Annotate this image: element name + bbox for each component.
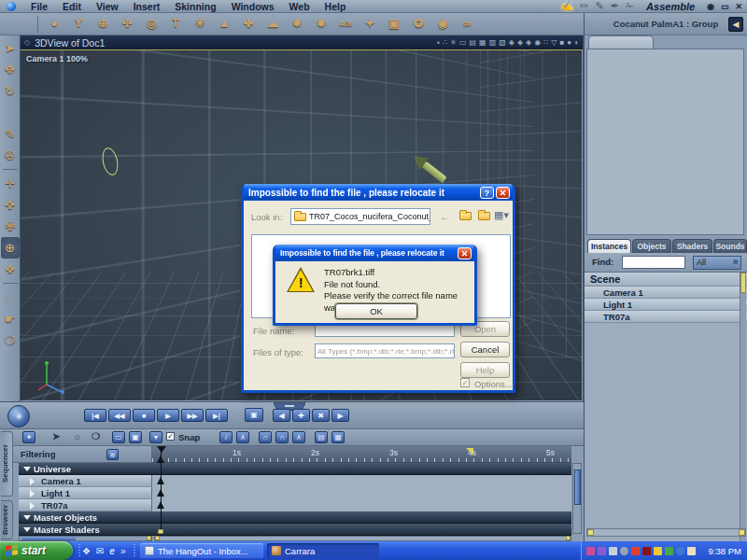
- scrollbar-nub[interactable]: [147, 536, 151, 540]
- tab-browser[interactable]: Browser: [1, 500, 13, 539]
- bezier-tweener-button[interactable]: ∩: [259, 431, 272, 443]
- layout-quad-icon[interactable]: ▦: [479, 35, 486, 49]
- oscillate-tweener-button[interactable]: ▤: [315, 431, 328, 443]
- insert-particles-icon[interactable]: ✳: [188, 13, 212, 35]
- zoom-tool-icon[interactable]: ❍: [1, 329, 20, 351]
- expand-triangle-icon[interactable]: [30, 478, 35, 485]
- layout-split-icon[interactable]: ▤: [470, 35, 477, 49]
- tab-objects[interactable]: Objects: [632, 239, 671, 253]
- new-folder-icon[interactable]: [478, 212, 490, 220]
- rotate-view-tool-icon[interactable]: ↻: [1, 80, 20, 102]
- menu-view[interactable]: View: [89, 0, 126, 13]
- tray-icon[interactable]: [598, 547, 606, 555]
- tab-sequencer[interactable]: Sequencer: [1, 431, 13, 497]
- textured-shade-icon[interactable]: ◐: [574, 35, 579, 49]
- pan-hand-tool-icon[interactable]: ☛: [1, 308, 20, 329]
- pane-mini-icon[interactable]: ▪: [437, 35, 440, 49]
- keyframe-marker[interactable]: [157, 477, 164, 484]
- scrollbar-thumb[interactable]: [574, 469, 581, 505]
- track-group-universe[interactable]: Universe: [19, 463, 571, 475]
- tray-icon[interactable]: [620, 547, 628, 555]
- scene-item-tr07a[interactable]: TR07a: [585, 311, 747, 323]
- tray-icon[interactable]: [687, 547, 696, 555]
- shield-camera-icon[interactable]: ◈: [517, 35, 523, 49]
- menu-skinning[interactable]: Skinning: [167, 0, 223, 13]
- collapse-triangle-icon[interactable]: [23, 527, 31, 532]
- footprint-icon[interactable]: ∴: [443, 35, 447, 49]
- tab-sounds[interactable]: Sounds: [713, 239, 747, 253]
- insert-bone-icon[interactable]: ∞: [455, 13, 479, 35]
- cancel-button[interactable]: Cancel: [460, 342, 510, 357]
- tray-icon[interactable]: [665, 547, 673, 555]
- smooth-shade-icon[interactable]: ●: [567, 35, 571, 49]
- insert-agr-icon[interactable]: AGr: [333, 13, 358, 35]
- insert-globe-icon[interactable]: ⊕: [91, 13, 115, 35]
- scene-root[interactable]: Scene: [585, 273, 747, 287]
- pane-b-icon[interactable]: ▣: [129, 431, 142, 443]
- document-titlebar[interactable]: ◇ 3DView of Doc1 ▪ ∴ ✳ ▭ ▤ ▦ ▥ ▧ ◈ ◈ ◈ ◉…: [21, 35, 583, 50]
- insert-text-icon[interactable]: T: [163, 13, 188, 35]
- tray-icon[interactable]: [609, 547, 617, 555]
- quick-launch-ie-icon[interactable]: e: [109, 546, 115, 556]
- add-keyframe-button[interactable]: ✚: [292, 409, 310, 422]
- noise-tweener-button[interactable]: ▦: [331, 431, 345, 443]
- close-icon[interactable]: ✕: [496, 187, 510, 199]
- arc-tweener-button[interactable]: ∩: [275, 431, 289, 443]
- insert-spiral-icon[interactable]: ◎: [139, 13, 163, 35]
- quick-launch-mail-icon[interactable]: ✉: [96, 546, 104, 556]
- menu-insert[interactable]: Insert: [126, 0, 168, 13]
- start-button[interactable]: start: [0, 541, 73, 560]
- insert-target-icon[interactable]: ◉: [430, 13, 455, 35]
- radial-icon[interactable]: ✳: [450, 35, 457, 49]
- keyframe-marker[interactable]: [157, 489, 164, 497]
- insert-vertex-object-icon[interactable]: Y: [66, 13, 91, 35]
- rotate-sphere-tool-icon[interactable]: ⊕: [1, 237, 20, 259]
- task-hangout[interactable]: The HangOut - Inbox...: [140, 543, 263, 558]
- animation-mode-button[interactable]: ✳: [7, 405, 30, 427]
- menu-edit[interactable]: Edit: [55, 0, 89, 13]
- pen-tool-icon[interactable]: ✒: [611, 0, 619, 12]
- tab-shaders[interactable]: Shaders: [672, 239, 712, 253]
- find-input[interactable]: [622, 256, 685, 269]
- task-carrara[interactable]: Carrara: [267, 543, 379, 558]
- layout-single-icon[interactable]: ▭: [459, 35, 467, 49]
- minimize-button[interactable]: ▭: [721, 2, 729, 11]
- menu-web[interactable]: Web: [282, 0, 317, 13]
- translate-screen-tool-icon[interactable]: ✙: [1, 216, 20, 237]
- keyframe-marker[interactable]: [157, 455, 164, 463]
- tray-icon[interactable]: [676, 547, 684, 555]
- dialog-titlebar[interactable]: Impossible to find the file , please rel…: [275, 245, 474, 261]
- expand-triangle-icon[interactable]: [30, 490, 35, 497]
- play-button[interactable]: ▶: [157, 409, 179, 422]
- scrollbar-nub[interactable]: [587, 529, 594, 536]
- panel-horizontal-scrollbar[interactable]: [586, 528, 746, 537]
- properties-tab[interactable]: [588, 35, 654, 49]
- panel-back-button[interactable]: ◀: [728, 17, 743, 32]
- insert-tree-icon[interactable]: ✤: [236, 13, 261, 35]
- layout-mixed-icon[interactable]: ▧: [499, 35, 506, 49]
- hand-tool-icon[interactable]: ✍: [560, 0, 573, 12]
- playhead-grabber[interactable]: [157, 446, 166, 453]
- formula-tweener-button[interactable]: ∧: [292, 431, 305, 443]
- look-in-dropdown[interactable]: TR07_Cocos_nucifera_Coconut_Pal ▼: [290, 208, 430, 225]
- translate-tool-icon[interactable]: ✛: [1, 173, 20, 194]
- timeline-ruler[interactable]: 1s 2s 3s 4s 5s: [152, 446, 571, 463]
- scrollbar-nub[interactable]: [155, 536, 160, 540]
- tray-icon[interactable]: [586, 547, 595, 555]
- expand-triangle-icon[interactable]: [30, 502, 35, 510]
- track-camera1[interactable]: Camera 1: [19, 475, 152, 487]
- view-menu-icon[interactable]: ▦▾: [494, 209, 509, 221]
- pencil-tool-icon[interactable]: ✎: [595, 0, 603, 12]
- go-start-button[interactable]: |◀: [84, 409, 106, 422]
- menu-windows[interactable]: Windows: [224, 0, 282, 13]
- scene-item-light1[interactable]: Light 1: [585, 299, 747, 311]
- insert-terrain-icon[interactable]: ▲: [212, 13, 236, 35]
- insert-sphere-icon[interactable]: ●: [42, 13, 66, 35]
- collapse-triangle-icon[interactable]: [23, 515, 31, 520]
- collapse-triangle-icon[interactable]: [23, 467, 31, 471]
- collapse-icon[interactable]: ▾: [149, 431, 162, 443]
- dialog-titlebar[interactable]: Impossible to find the file , please rel…: [244, 184, 513, 201]
- layout-rows-icon[interactable]: ▥: [489, 35, 497, 49]
- scrollbar-thumb[interactable]: [21, 537, 76, 540]
- delete-keyframe-button[interactable]: ✖: [312, 409, 330, 422]
